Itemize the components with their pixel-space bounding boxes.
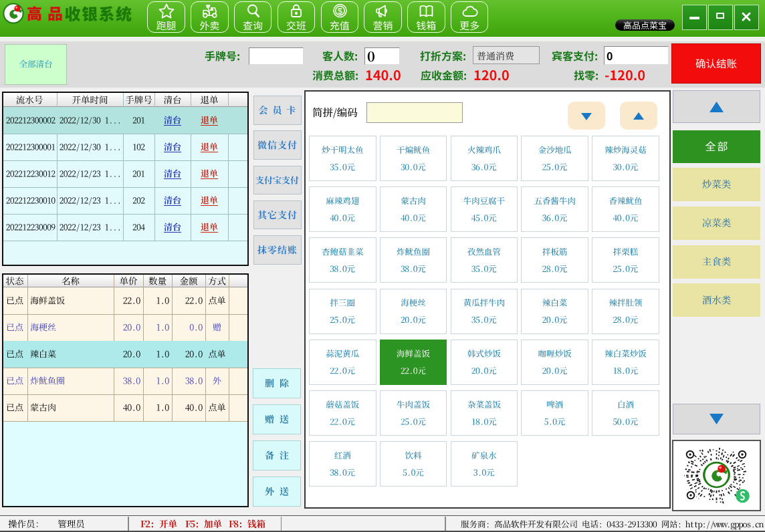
- svg-text:$: $: [338, 7, 342, 16]
